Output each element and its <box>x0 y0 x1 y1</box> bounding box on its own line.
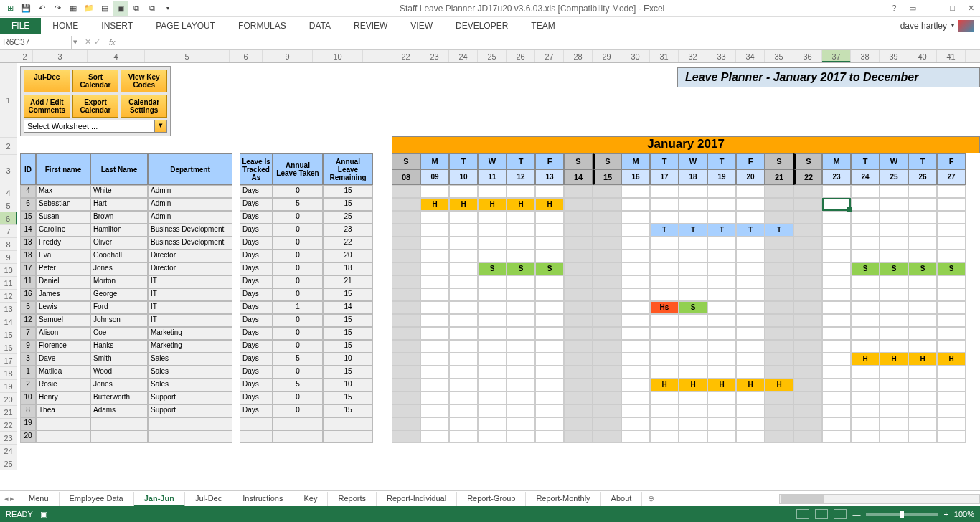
calendar-settings-button[interactable]: Calendar Settings <box>121 95 167 118</box>
col-header[interactable]: 32 <box>679 50 707 62</box>
cell-id[interactable]: 11 <box>20 275 36 288</box>
calendar-cell[interactable] <box>880 314 908 327</box>
cell-leave-taken[interactable]: 5 <box>273 353 323 366</box>
calendar-cell[interactable] <box>593 314 621 327</box>
calendar-cell[interactable] <box>937 314 966 327</box>
cell-leave-taken[interactable]: 0 <box>273 250 323 262</box>
row-header[interactable]: 1 <box>0 63 17 138</box>
calendar-cell[interactable]: T <box>765 224 793 237</box>
calendar-cell[interactable] <box>851 250 880 262</box>
qat-icon-1[interactable]: ▦ <box>66 1 80 16</box>
row-header[interactable]: 18 <box>0 367 17 380</box>
row-header[interactable]: 17 <box>0 354 17 367</box>
calendar-cell[interactable] <box>880 237 908 250</box>
calendar-cell[interactable] <box>593 211 621 224</box>
calendar-cell[interactable] <box>564 237 593 250</box>
cell-tracked-as[interactable]: Days <box>240 211 273 224</box>
calendar-cell[interactable] <box>851 327 880 340</box>
calendar-cell[interactable] <box>535 327 564 340</box>
calendar-cell[interactable] <box>478 185 507 198</box>
col-header[interactable]: 5 <box>145 50 230 62</box>
calendar-cell[interactable] <box>392 262 420 275</box>
calendar-cell[interactable] <box>851 237 880 250</box>
calendar-cell[interactable] <box>535 314 564 327</box>
calendar-cell[interactable] <box>392 404 420 417</box>
calendar-cell[interactable] <box>908 198 937 211</box>
calendar-cell[interactable] <box>679 353 707 366</box>
calendar-cell[interactable] <box>535 275 564 288</box>
calendar-cell[interactable] <box>650 314 679 327</box>
calendar-cell[interactable] <box>507 301 535 314</box>
calendar-cell[interactable] <box>793 417 822 430</box>
calendar-cell[interactable] <box>507 353 535 366</box>
cell-leave-remaining[interactable]: 15 <box>323 314 373 327</box>
calendar-cell[interactable] <box>449 288 478 301</box>
calendar-cell[interactable] <box>478 224 507 237</box>
qat-icon-3[interactable]: ▤ <box>98 1 112 16</box>
cell-leave-taken[interactable] <box>273 430 323 443</box>
redo-icon[interactable]: ↷ <box>50 1 65 16</box>
row-header[interactable]: 5 <box>0 199 17 212</box>
calendar-cell[interactable] <box>420 379 449 392</box>
calendar-cell[interactable] <box>392 392 420 404</box>
zoom-slider[interactable] <box>866 513 938 516</box>
calendar-cell[interactable] <box>736 301 765 314</box>
cell-firstname[interactable]: Henry <box>36 392 90 404</box>
calendar-cell[interactable] <box>937 288 966 301</box>
cell-lastname[interactable]: Hanks <box>90 340 148 353</box>
cell-lastname[interactable]: Butterworth <box>90 392 148 404</box>
calendar-cell[interactable] <box>736 404 765 417</box>
select-all-corner[interactable] <box>0 50 17 62</box>
page-break-view-icon[interactable] <box>834 509 847 519</box>
cell-leave-remaining[interactable]: 15 <box>323 185 373 198</box>
cell-lastname[interactable]: George <box>90 288 148 301</box>
calendar-cell[interactable] <box>880 417 908 430</box>
cell-lastname[interactable]: Wood <box>90 366 148 379</box>
add-sheet-icon[interactable]: ⊕ <box>642 492 660 506</box>
calendar-cell[interactable] <box>564 404 593 417</box>
calendar-cell[interactable] <box>478 366 507 379</box>
qat-icon-5[interactable]: ⧉ <box>129 1 143 16</box>
calendar-cell[interactable] <box>564 392 593 404</box>
calendar-cell[interactable] <box>908 379 937 392</box>
row-header[interactable]: 12 <box>0 290 17 303</box>
calendar-cell[interactable] <box>564 224 593 237</box>
col-header[interactable]: 24 <box>449 50 478 62</box>
cell-firstname[interactable]: Thea <box>36 404 90 417</box>
sort-calendar-button[interactable]: Sort Calendar <box>72 70 119 92</box>
cell-lastname[interactable]: Adams <box>90 404 148 417</box>
calendar-cell[interactable] <box>621 211 650 224</box>
cell-department[interactable]: Support <box>148 392 232 404</box>
maximize-icon[interactable]: □ <box>947 4 958 13</box>
ribbon-tab-page-layout[interactable]: PAGE LAYOUT <box>144 18 227 34</box>
ribbon-options-icon[interactable]: ▭ <box>906 4 919 13</box>
calendar-cell[interactable] <box>736 366 765 379</box>
cell-leave-remaining[interactable]: 10 <box>323 353 373 366</box>
calendar-cell[interactable] <box>793 314 822 327</box>
cell-leave-remaining[interactable]: 15 <box>323 288 373 301</box>
calendar-cell[interactable]: S <box>478 262 507 275</box>
calendar-cell[interactable] <box>420 314 449 327</box>
calendar-cell[interactable] <box>736 262 765 275</box>
calendar-cell[interactable] <box>621 417 650 430</box>
calendar-cell[interactable] <box>736 430 765 443</box>
calendar-cell[interactable] <box>765 275 793 288</box>
cell-lastname[interactable]: Ford <box>90 301 148 314</box>
cell-id[interactable]: 5 <box>20 301 36 314</box>
tab-next-icon[interactable]: ▸ <box>10 494 14 503</box>
cell-lastname[interactable]: Jones <box>90 262 148 275</box>
calendar-cell[interactable]: T <box>679 224 707 237</box>
calendar-cell[interactable] <box>937 430 966 443</box>
cell-id[interactable]: 19 <box>20 417 36 430</box>
calendar-cell[interactable] <box>564 379 593 392</box>
calendar-cell[interactable] <box>507 392 535 404</box>
calendar-cell[interactable] <box>822 275 851 288</box>
calendar-cell[interactable] <box>736 211 765 224</box>
row-header[interactable]: 19 <box>0 380 17 393</box>
row-header[interactable]: 8 <box>0 238 17 251</box>
row-header[interactable]: 14 <box>0 315 17 328</box>
cell-department[interactable]: Director <box>148 262 232 275</box>
calendar-cell[interactable] <box>650 275 679 288</box>
calendar-cell[interactable] <box>707 340 736 353</box>
calendar-cell[interactable] <box>507 366 535 379</box>
